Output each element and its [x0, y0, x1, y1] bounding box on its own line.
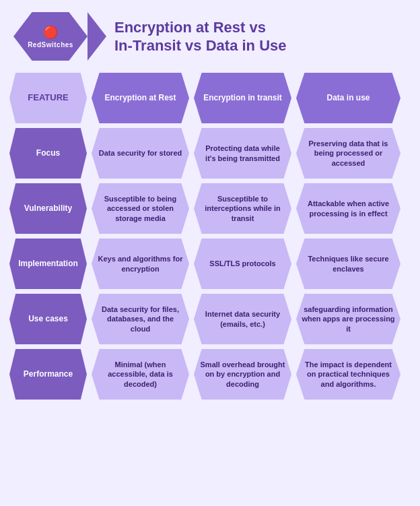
col-header-use: Data in use — [296, 73, 400, 123]
usecases-rest: Data security for files, databases, and … — [92, 294, 189, 344]
col-header-rest: Encryption at Rest — [92, 73, 189, 123]
usecases-transit: Internet data security (emails, etc.) — [194, 294, 291, 344]
performance-use: The impact is dependent on practical tec… — [296, 349, 400, 400]
row-label-vulnerability: Vulnerability — [9, 183, 87, 234]
table-grid: FEATURE Encryption at Rest Encryption in… — [9, 73, 411, 400]
usecases-use: safeguarding information when apps are p… — [296, 294, 400, 344]
implementation-transit: SSL/TLS protocols — [194, 239, 291, 289]
comparison-table: FEATURE Encryption at Rest Encryption in… — [0, 67, 420, 410]
row-label-focus: Focus — [9, 128, 87, 179]
col-header-transit: Encryption in transit — [194, 73, 291, 123]
col-header-feature: FEATURE — [9, 73, 87, 123]
logo-hex: 🔴 RedSwitches — [13, 12, 88, 61]
logo-brand: RedSwitches — [28, 41, 73, 49]
header: 🔴 RedSwitches Encryption at Rest vs In-T… — [0, 0, 420, 67]
implementation-rest: Keys and algorithms for encryption — [92, 239, 189, 289]
row-label-usecases: Use cases — [9, 294, 87, 344]
row-label-performance: Performance — [9, 349, 87, 400]
focus-transit: Protecting data while it's being transmi… — [194, 128, 291, 179]
implementation-use: Techniques like secure enclaves — [296, 239, 400, 289]
vulnerability-use: Attackable when active processing is in … — [296, 183, 400, 234]
row-label-implementation: Implementation — [9, 239, 87, 289]
header-arrow — [88, 12, 106, 61]
logo-icon: 🔴 — [43, 25, 58, 40]
vulnerability-transit: Susceptible to interceptions while in tr… — [194, 183, 291, 234]
header-title: Encryption at Rest vs In-Transit vs Data… — [114, 18, 287, 55]
performance-rest: Minimal (when accessible, data is decode… — [92, 349, 189, 400]
focus-use: Preserving data that is being processed … — [296, 128, 400, 179]
vulnerability-rest: Susceptible to being accessed or stolen … — [92, 183, 189, 234]
focus-rest: Data security for stored — [92, 128, 189, 179]
performance-transit: Small overhead brought on by encryption … — [194, 349, 291, 400]
